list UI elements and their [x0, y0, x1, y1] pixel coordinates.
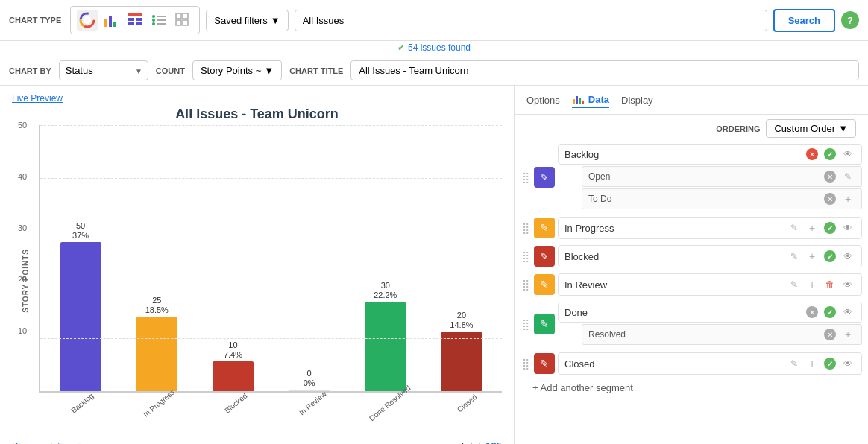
svg-rect-23 — [576, 96, 578, 104]
search-input[interactable] — [295, 10, 767, 31]
blocked-pencil-icon[interactable]: ✎ — [787, 249, 802, 264]
saved-filters-button[interactable]: Saved filters ▼ — [206, 10, 288, 31]
ordering-button[interactable]: Custom Order ▼ — [766, 119, 856, 138]
sub-item-todo: To Do ✕ + — [582, 188, 862, 209]
svg-rect-13 — [157, 16, 166, 17]
svg-rect-19 — [183, 13, 188, 19]
backlog-check-icon[interactable]: ✔ — [823, 147, 837, 162]
todo-remove-icon[interactable]: ✕ — [823, 191, 837, 206]
drag-handle-done[interactable]: ⣿ — [521, 318, 531, 330]
in-progress-check-icon[interactable]: ✔ — [823, 221, 837, 235]
open-remove-icon[interactable]: ✕ — [823, 169, 837, 184]
in-progress-eye-icon[interactable]: 👁 — [840, 221, 855, 235]
count-label: COUNT — [156, 66, 185, 75]
list-chart-icon[interactable] — [148, 10, 169, 31]
issues-count: 54 issues found — [408, 42, 471, 53]
svg-point-14 — [152, 19, 155, 22]
chart-type-selector — [70, 6, 200, 34]
search-button[interactable]: Search — [773, 9, 835, 32]
resolved-plus-icon[interactable]: + — [840, 327, 855, 342]
in-progress-pencil-icon[interactable]: ✎ — [787, 221, 802, 235]
segment-icon-in-review: ✎ — [534, 274, 555, 295]
backlog-remove-icon[interactable]: ✕ — [805, 147, 820, 162]
segment-closed-main: Closed ✎ + ✔ 👁 — [558, 352, 862, 375]
donut-chart-icon[interactable] — [77, 10, 98, 31]
segment-blocked-main: Blocked ✎ + ✔ 👁 — [558, 245, 862, 267]
chart-by-select-wrapper: Status — [59, 60, 148, 80]
blocked-check-icon[interactable]: ✔ — [823, 249, 837, 264]
bar-backlog: 5037% — [43, 221, 118, 391]
options-tabs: Options Data Display — [515, 86, 868, 115]
done-remove-icon[interactable]: ✕ — [805, 305, 820, 320]
svg-rect-20 — [176, 20, 181, 25]
svg-point-16 — [152, 22, 155, 25]
grid-chart-icon[interactable] — [172, 10, 193, 31]
in-review-eye-icon[interactable]: 👁 — [840, 277, 855, 292]
done-check-icon[interactable]: ✔ — [823, 305, 837, 320]
segment-done-content: Done ✕ ✔ 👁 Resolved ✕ + — [558, 302, 862, 346]
right-panel: Options Data Display ORDERING Custom Ord… — [515, 86, 868, 444]
in-review-plus-icon[interactable]: + — [805, 277, 820, 292]
top-bar: CHART TYPE — [0, 0, 868, 41]
table-chart-icon[interactable] — [125, 10, 145, 31]
in-progress-plus-icon[interactable]: + — [805, 221, 820, 235]
blocked-plus-icon[interactable]: + — [805, 249, 820, 264]
segment-closed: ⣿ ✎ Closed ✎ + ✔ 👁 — [521, 351, 862, 376]
add-segment-button[interactable]: + Add another segment — [521, 376, 862, 399]
segment-in-review: ⣿ ✎ In Review ✎ + 🗑 👁 — [521, 272, 862, 297]
main-content: Live Preview All Issues - Team Unicorn S… — [0, 86, 868, 444]
todo-plus-icon[interactable]: + — [840, 191, 855, 206]
closed-pencil-icon[interactable]: ✎ — [787, 356, 802, 371]
tab-display[interactable]: Display — [621, 93, 653, 107]
segment-backlog: ⣿ ✎ Backlog ✕ ✔ 👁 Open — [521, 142, 862, 212]
chart-title-input[interactable] — [350, 60, 859, 80]
svg-rect-21 — [183, 20, 188, 25]
svg-rect-17 — [157, 23, 166, 25]
chart-title-label: CHART TITLE — [289, 66, 343, 75]
segment-in-progress-main: In Progress ✎ + ✔ 👁 — [558, 217, 862, 239]
bar-chart-icon[interactable] — [101, 10, 122, 31]
segment-done: ⣿ ✎ Done ✕ ✔ 👁 Resolve — [521, 300, 862, 348]
bar-blocked: 107.4% — [195, 340, 270, 391]
documentation-link[interactable]: Documentation ↗ — [12, 441, 82, 445]
drag-handle-backlog[interactable]: ⣿ — [521, 171, 531, 183]
sub-item-open: Open ✕ ✎ — [582, 166, 862, 187]
chart-by-label: CHART BY — [9, 66, 51, 75]
bars-container: 5037% 2518.5% 107.4% — [40, 125, 502, 391]
in-review-pencil-icon[interactable]: ✎ — [787, 277, 802, 292]
svg-rect-10 — [128, 22, 134, 25]
drag-handle-closed[interactable]: ⣿ — [521, 358, 531, 370]
segment-backlog-content: Backlog ✕ ✔ 👁 Open ✕ ✎ — [558, 144, 862, 211]
drag-handle-in-progress[interactable]: ⣿ — [521, 222, 531, 234]
segment-icon-in-progress: ✎ — [534, 218, 555, 238]
closed-check-icon[interactable]: ✔ — [823, 356, 837, 371]
svg-rect-15 — [157, 19, 166, 21]
chart-panel: Live Preview All Issues - Team Unicorn S… — [0, 86, 515, 444]
svg-point-3 — [84, 16, 91, 24]
chart-by-select[interactable]: Status — [59, 60, 148, 80]
backlog-eye-icon[interactable]: 👁 — [840, 147, 855, 162]
segment-in-review-main: In Review ✎ + 🗑 👁 — [558, 273, 862, 296]
chart-total: Total: 135 — [460, 440, 502, 444]
tab-options[interactable]: Options — [526, 93, 560, 107]
bar-in-review: 00% — [272, 369, 347, 391]
segment-icon-backlog: ✎ — [534, 167, 555, 188]
open-pencil-icon[interactable]: ✎ — [840, 169, 855, 184]
bar-done: 3022.2% — [348, 281, 423, 391]
resolved-remove-icon[interactable]: ✕ — [823, 327, 837, 342]
segment-icon-blocked: ✎ — [534, 246, 555, 267]
closed-plus-icon[interactable]: + — [805, 356, 820, 371]
drag-handle-blocked[interactable]: ⣿ — [521, 250, 531, 262]
done-eye-icon[interactable]: 👁 — [840, 305, 855, 320]
blocked-eye-icon[interactable]: 👁 — [840, 249, 855, 264]
drag-handle-in-review[interactable]: ⣿ — [521, 279, 531, 291]
segment-in-progress: ⣿ ✎ In Progress ✎ + ✔ 👁 — [521, 215, 862, 241]
closed-eye-icon[interactable]: 👁 — [840, 356, 855, 371]
live-preview-button[interactable]: Live Preview — [12, 93, 502, 104]
tab-data[interactable]: Data — [572, 92, 609, 108]
help-icon[interactable]: ? — [841, 11, 859, 29]
chart-title: All Issues - Team Unicorn — [12, 107, 502, 122]
story-points-button[interactable]: Story Points ~ ▼ — [192, 60, 282, 80]
segment-done-row: Done ✕ ✔ 👁 — [558, 302, 862, 323]
in-review-trash-icon[interactable]: 🗑 — [823, 277, 837, 292]
